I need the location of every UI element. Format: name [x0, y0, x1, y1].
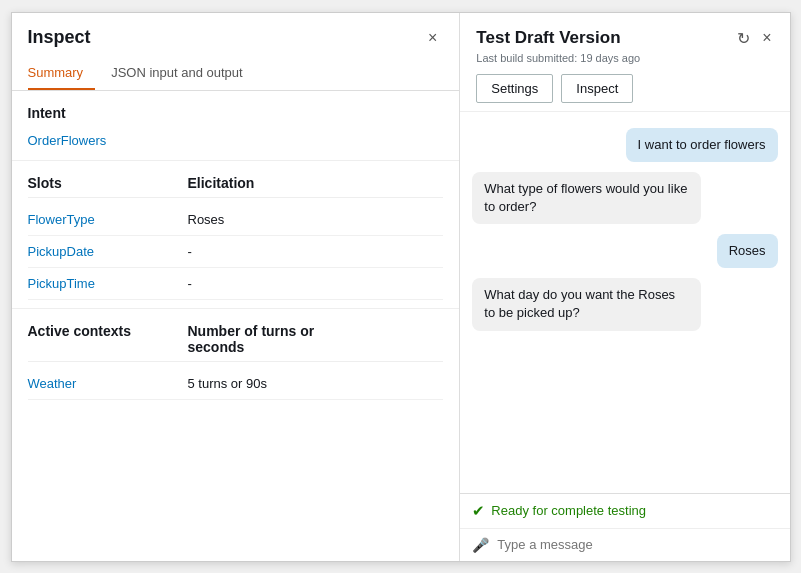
- tab-summary[interactable]: Summary: [28, 57, 96, 90]
- status-text: Ready for complete testing: [491, 503, 646, 518]
- left-panel-title: Inspect: [28, 27, 91, 48]
- slot-name-pickupdate[interactable]: PickupDate: [28, 244, 188, 259]
- slot-value-pickupdate: -: [188, 244, 192, 259]
- chat-area: I want to order flowers What type of flo…: [460, 112, 789, 493]
- context-value-weather: 5 turns or 90s: [188, 376, 268, 391]
- slot-row-pickuptime: PickupTime -: [28, 268, 444, 300]
- active-contexts-section: Active contexts Number of turns or secon…: [12, 313, 460, 404]
- left-tabs: Summary JSON input and output: [12, 57, 460, 91]
- slot-row-flowertype: FlowerType Roses: [28, 204, 444, 236]
- intent-heading: Intent: [28, 105, 444, 121]
- right-title-row: Test Draft Version ↻ ×: [476, 27, 773, 50]
- status-icon: ✔: [472, 502, 485, 520]
- status-bar: ✔ Ready for complete testing: [460, 493, 789, 528]
- left-content: Intent OrderFlowers Slots Elicitation Fl…: [12, 91, 460, 561]
- context-row-weather: Weather 5 turns or 90s: [28, 368, 444, 400]
- right-subtitle: Last build submitted: 19 days ago: [476, 52, 773, 64]
- slots-section: Slots Elicitation FlowerType Roses Picku…: [12, 165, 460, 304]
- right-action-buttons: Settings Inspect: [476, 74, 773, 103]
- elicitation-col-heading: Elicitation: [188, 175, 255, 191]
- chat-input-area: 🎤: [460, 528, 789, 561]
- right-title-actions: ↻ ×: [735, 27, 773, 50]
- slot-value-pickuptime: -: [188, 276, 192, 291]
- chat-message-1: I want to order flowers: [626, 128, 778, 162]
- right-panel-title: Test Draft Version: [476, 28, 620, 48]
- inspect-button[interactable]: Inspect: [561, 74, 633, 103]
- right-header: Test Draft Version ↻ × Last build submit…: [460, 13, 789, 112]
- left-panel: Inspect × Summary JSON input and output …: [12, 13, 461, 561]
- context-name-weather[interactable]: Weather: [28, 376, 188, 391]
- mic-icon: 🎤: [472, 537, 489, 553]
- slot-name-pickuptime[interactable]: PickupTime: [28, 276, 188, 291]
- slot-value-flowertype: Roses: [188, 212, 225, 227]
- intent-link[interactable]: OrderFlowers: [28, 129, 444, 152]
- active-contexts-header: Active contexts Number of turns or secon…: [28, 323, 444, 362]
- right-panel: Test Draft Version ↻ × Last build submit…: [460, 13, 789, 561]
- divider-2: [12, 308, 460, 309]
- slot-row-pickupdate: PickupDate -: [28, 236, 444, 268]
- slot-name-flowertype[interactable]: FlowerType: [28, 212, 188, 227]
- left-close-button[interactable]: ×: [422, 27, 443, 49]
- slots-col-heading: Slots: [28, 175, 188, 191]
- right-close-button[interactable]: ×: [760, 27, 773, 49]
- chat-message-3: Roses: [717, 234, 778, 268]
- intent-section: Intent OrderFlowers: [12, 91, 460, 156]
- chat-message-4: What day do you want the Roses to be pic…: [472, 278, 701, 330]
- settings-button[interactable]: Settings: [476, 74, 553, 103]
- chat-input[interactable]: [497, 537, 777, 552]
- turns-seconds-col-heading: Number of turns or seconds: [188, 323, 348, 355]
- chat-message-2: What type of flowers would you like to o…: [472, 172, 701, 224]
- left-header: Inspect ×: [12, 13, 460, 49]
- divider-1: [12, 160, 460, 161]
- refresh-button[interactable]: ↻: [735, 27, 752, 50]
- slots-header: Slots Elicitation: [28, 175, 444, 198]
- active-contexts-col-heading: Active contexts: [28, 323, 188, 355]
- tab-json-input-output[interactable]: JSON input and output: [111, 57, 255, 90]
